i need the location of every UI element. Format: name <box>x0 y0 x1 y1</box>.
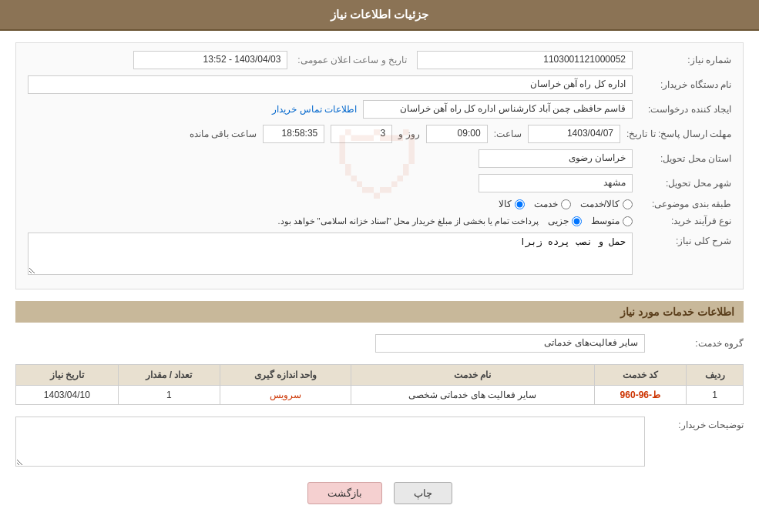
col-row-num: ردیف <box>687 365 744 386</box>
services-section-title: اطلاعات خدمات مورد نیاز <box>620 306 734 318</box>
cell-quantity: 1 <box>118 386 220 405</box>
deadline-time: 09:00 <box>426 125 488 143</box>
col-service-code: کد خدمت <box>594 365 686 386</box>
page-title: جزئیات اطلاعات نیاز <box>331 8 428 21</box>
deadline-remaining: 18:58:35 <box>263 125 324 143</box>
row-service-group: گروه خدمت: سایر فعالیت‌های خدماتی <box>15 330 744 356</box>
cell-unit: سرویس <box>220 386 351 405</box>
row-buyer-org: نام دستگاه خریدار: اداره کل راه آهن خراس… <box>28 75 731 94</box>
buyer-org-value: اداره کل راه آهن خراسان <box>28 75 633 94</box>
row-need-desc: شرح کلی نیاز: <box>28 233 731 275</box>
col-date: تاریخ نیاز <box>16 365 119 386</box>
cell-date: 1403/04/10 <box>16 386 119 405</box>
row-deadline: مهلت ارسال پاسخ: تا تاریخ: 1403/04/07 سا… <box>28 125 731 143</box>
row-need-number: شماره نیاز: 1103001121000052 تاریخ و ساع… <box>28 51 731 69</box>
category-radio-kala[interactable] <box>515 199 525 209</box>
category-radio-kala-khadmat[interactable] <box>623 199 633 209</box>
page-header: جزئیات اطلاعات نیاز <box>0 0 759 31</box>
service-group-value: سایر فعالیت‌های خدماتی <box>375 334 645 353</box>
announce-datetime-label: تاریخ و ساعت اعلان عمومی: <box>294 55 411 65</box>
form-section: 🛡 شماره نیاز: 1103001121000052 تاریخ و س… <box>15 42 744 289</box>
creator-value: قاسم حافظی چمن آباد کارشناس اداره کل راه… <box>363 100 633 119</box>
category-label-kala-khadmat: کالا/خدمت <box>580 199 620 209</box>
buyer-org-label: نام دستگاه خریدار: <box>639 79 731 90</box>
city-value: مشهد <box>479 174 633 192</box>
purchase-type-radio-partial[interactable] <box>572 216 582 226</box>
category-option-kala-khadmat[interactable]: کالا/خدمت <box>580 199 633 209</box>
deadline-remaining-label: ساعت باقی مانده <box>190 129 257 139</box>
table-row: 1 ط-96-960 سایر فعالیت های خدماتی شخصی س… <box>16 386 744 405</box>
province-value: خراسان رضوی <box>479 149 633 168</box>
services-section-header: اطلاعات خدمات مورد نیاز <box>15 301 744 323</box>
purchase-type-radio-medium[interactable] <box>623 216 633 226</box>
row-category: طبقه بندی موضوعی: کالا/خدمت خدمت کالا <box>28 199 731 209</box>
contact-link[interactable]: اطلاعات تماس خریدار <box>272 104 357 115</box>
row-creator: ایجاد کننده درخواست: قاسم حافظی چمن آباد… <box>28 100 731 119</box>
services-table: ردیف کد خدمت نام خدمت واحد اندازه گیری ت… <box>15 364 744 405</box>
category-radio-group: کالا/خدمت خدمت کالا <box>499 199 633 209</box>
col-quantity: تعداد / مقدار <box>118 365 220 386</box>
category-label: طبقه بندی موضوعی: <box>639 199 731 209</box>
buttons-row: چاپ بازگشت <box>15 482 744 504</box>
buyer-notes-textarea[interactable] <box>15 417 645 467</box>
cell-row-num: 1 <box>687 386 744 405</box>
purchase-type-note: پرداخت تمام یا بخشی از مبلغ خریدار محل "… <box>277 216 539 226</box>
cell-service-code: ط-96-960 <box>594 386 686 405</box>
category-label-kala: کالا <box>499 199 512 209</box>
province-label: استان محل تحویل: <box>639 153 731 164</box>
page-wrapper: جزئیات اطلاعات نیاز 🛡 شماره نیاز: 110300… <box>0 0 759 532</box>
purchase-type-partial[interactable]: جزیی <box>548 216 582 226</box>
city-label: شهر محل تحویل: <box>639 178 731 189</box>
category-radio-khadmat[interactable] <box>561 199 571 209</box>
deadline-days: 3 <box>331 125 392 143</box>
deadline-days-label: روز و <box>398 129 419 139</box>
col-service-name: نام خدمت <box>351 365 595 386</box>
creator-label: ایجاد کننده درخواست: <box>639 104 731 115</box>
deadline-time-label: ساعت: <box>494 129 522 139</box>
purchase-type-medium[interactable]: متوسط <box>591 216 633 226</box>
category-option-kala[interactable]: کالا <box>499 199 525 209</box>
cell-service-name: سایر فعالیت های خدماتی شخصی <box>351 386 595 405</box>
table-header-row: ردیف کد خدمت نام خدمت واحد اندازه گیری ت… <box>16 365 744 386</box>
need-desc-textarea[interactable] <box>28 233 633 275</box>
row-city: شهر محل تحویل: مشهد <box>28 174 731 192</box>
need-number-label: شماره نیاز: <box>639 55 731 65</box>
col-unit: واحد اندازه گیری <box>220 365 351 386</box>
back-button[interactable]: بازگشت <box>307 482 382 504</box>
main-content: 🛡 شماره نیاز: 1103001121000052 تاریخ و س… <box>0 31 759 516</box>
deadline-date: 1403/04/07 <box>528 125 620 143</box>
row-buyer-notes: توضیحات خریدار: <box>15 417 744 467</box>
service-group-label: گروه خدمت: <box>651 338 744 349</box>
buyer-notes-label: توضیحات خریدار: <box>651 420 744 430</box>
category-option-khadmat[interactable]: خدمت <box>534 199 571 209</box>
row-purchase-type: نوع فرآیند خرید: متوسط جزیی پرداخت تمام … <box>28 216 731 226</box>
print-button[interactable]: چاپ <box>394 482 452 504</box>
purchase-type-radio-group: متوسط جزیی پرداخت تمام یا بخشی از مبلغ خ… <box>277 216 633 226</box>
announce-datetime-value: 1403/04/03 - 13:52 <box>133 51 287 69</box>
row-province: استان محل تحویل: خراسان رضوی <box>28 149 731 168</box>
purchase-type-label-partial: جزیی <box>548 216 569 226</box>
purchase-type-label-medium: متوسط <box>591 216 620 226</box>
purchase-type-label: نوع فرآیند خرید: <box>639 216 731 226</box>
need-number-value: 1103001121000052 <box>417 51 633 69</box>
deadline-label: مهلت ارسال پاسخ: تا تاریخ: <box>626 129 731 139</box>
category-label-khadmat: خدمت <box>534 199 558 209</box>
need-desc-label: شرح کلی نیاز: <box>639 236 731 246</box>
